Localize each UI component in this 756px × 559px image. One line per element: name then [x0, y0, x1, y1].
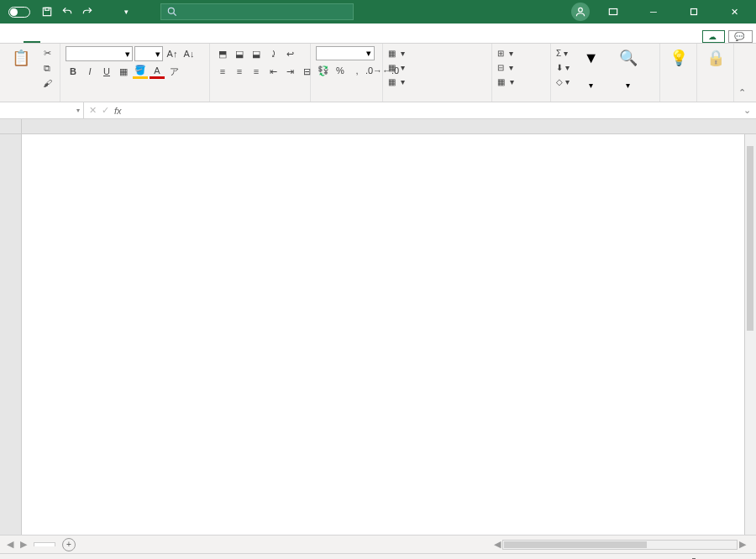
cut-icon[interactable]: ✂	[39, 46, 55, 60]
sheet-tab[interactable]	[34, 542, 55, 546]
font-color-button[interactable]: A	[150, 64, 165, 79]
select-all-corner[interactable]	[0, 119, 22, 133]
phonetic-icon[interactable]: ア	[166, 64, 181, 79]
copy-icon[interactable]: ⧉	[39, 61, 55, 75]
clipboard-icon: 📋	[11, 48, 31, 68]
font-name-select[interactable]: ▾	[66, 46, 133, 61]
align-center-icon[interactable]: ≡	[232, 64, 247, 79]
number-format-select[interactable]: ▾	[316, 46, 375, 60]
hscroll-right-icon[interactable]: ▶	[739, 539, 746, 550]
ideas-button[interactable]: 💡	[665, 46, 691, 81]
orientation-icon[interactable]: ⤸	[265, 46, 281, 61]
format-cells-button[interactable]: ▦ ▾	[497, 75, 514, 88]
font-size-select[interactable]: ▾	[134, 46, 163, 61]
svg-point-2	[168, 8, 174, 13]
toggle-off-icon	[8, 7, 30, 18]
currency-icon[interactable]: 💱	[316, 63, 331, 78]
user-avatar[interactable]	[571, 3, 590, 21]
underline-button[interactable]: U	[99, 64, 114, 79]
title-bar: ▾ ─ ✕	[0, 0, 756, 24]
fill-color-button[interactable]: 🪣	[133, 64, 148, 79]
indent-inc-icon[interactable]: ⇥	[282, 64, 297, 79]
tab-formulas[interactable]	[79, 36, 96, 43]
tab-review[interactable]	[116, 36, 133, 43]
fill-icon[interactable]: ⬇ ▾	[556, 60, 570, 74]
decrease-font-icon[interactable]: A↓	[181, 46, 197, 61]
binoculars-icon: 🔍	[618, 48, 638, 68]
fx-icon[interactable]: fx	[114, 106, 122, 116]
formula-bar: ▾ ✕ ✓ fx ⌄	[0, 102, 756, 119]
fx-cancel-icon[interactable]: ✕	[89, 105, 97, 116]
cell-styles-button[interactable]: ▦ ▾	[388, 75, 405, 88]
italic-button[interactable]: I	[82, 64, 97, 79]
search-input[interactable]	[160, 3, 354, 20]
ribbon-tabs: ☁ 💬	[0, 24, 756, 44]
expand-formula-icon[interactable]: ⌄	[738, 105, 756, 116]
tab-dev[interactable]	[153, 36, 170, 43]
tab-view[interactable]	[134, 36, 151, 43]
collapse-ribbon-icon[interactable]: ⌃	[734, 44, 749, 102]
tab-acrobat[interactable]	[208, 36, 225, 43]
tab-team[interactable]	[227, 36, 244, 43]
clear-icon[interactable]: ◇ ▾	[556, 75, 570, 88]
border-button[interactable]: ▦	[116, 64, 131, 79]
comment-button[interactable]: 💬	[728, 30, 753, 43]
close-icon[interactable]: ✕	[717, 0, 751, 24]
svg-rect-4	[609, 9, 617, 15]
ribbon: 📋 ✂ ⧉ 🖌 ▾ ▾ A↑ A↓ B I U ▦ 🪣	[0, 44, 756, 102]
autosum-icon[interactable]: Σ ▾	[556, 46, 570, 60]
tab-layout[interactable]	[60, 36, 77, 43]
align-right-icon[interactable]: ≡	[249, 64, 264, 79]
sort-filter-button[interactable]: ▼ ▾	[573, 46, 610, 91]
search-icon	[166, 6, 178, 18]
name-box[interactable]: ▾	[0, 102, 84, 118]
align-bottom-icon[interactable]: ⬓	[249, 46, 264, 61]
tab-data[interactable]	[97, 36, 114, 43]
percent-icon[interactable]: %	[333, 63, 348, 78]
add-sheet-button[interactable]: +	[62, 538, 76, 551]
autosave-toggle[interactable]	[5, 7, 34, 18]
insert-cells-button[interactable]: ⊞ ▾	[497, 46, 513, 60]
tab-help[interactable]	[171, 36, 188, 43]
fx-confirm-icon[interactable]: ✓	[102, 105, 109, 116]
tab-home[interactable]	[24, 34, 40, 43]
funnel-icon: ▼	[581, 48, 601, 68]
align-middle-icon[interactable]: ⬓	[232, 46, 247, 61]
sensitivity-button[interactable]: 🔒	[702, 46, 728, 81]
undo-icon[interactable]	[60, 5, 74, 18]
wrap-text-icon[interactable]: ↩	[282, 46, 297, 61]
inc-decimal-icon[interactable]: .0→	[366, 63, 381, 78]
lock-icon: 🔒	[706, 48, 726, 68]
save-icon[interactable]	[40, 5, 54, 18]
svg-rect-5	[691, 9, 697, 15]
sheet-nav-next-icon[interactable]: ▶	[20, 539, 27, 550]
find-select-button[interactable]: 🔍 ▾	[613, 46, 643, 91]
tab-insert[interactable]	[42, 36, 59, 43]
minimize-icon[interactable]: ─	[637, 0, 670, 24]
sheet-tab-bar: ◀ ▶ + ◀ ▶	[0, 535, 756, 553]
tab-foxit[interactable]	[190, 36, 207, 43]
share-button[interactable]: ☁	[702, 30, 725, 43]
indent-dec-icon[interactable]: ⇤	[265, 64, 281, 79]
spreadsheet-grid[interactable]	[0, 119, 756, 535]
format-painter-icon[interactable]: 🖌	[39, 76, 55, 90]
ribbon-mode-icon[interactable]	[596, 0, 630, 24]
increase-font-icon[interactable]: A↑	[165, 46, 180, 61]
delete-cells-button[interactable]: ⊟ ▾	[497, 60, 513, 74]
comma-icon[interactable]: ,	[349, 63, 365, 78]
format-as-table-button[interactable]: ▦ ▾	[388, 60, 405, 74]
align-left-icon[interactable]: ≡	[215, 64, 230, 79]
bold-button[interactable]: B	[66, 64, 81, 79]
conditional-format-button[interactable]: ▦ ▾	[388, 46, 405, 60]
tab-file[interactable]	[5, 36, 22, 43]
vertical-scrollbar[interactable]	[744, 134, 756, 535]
horizontal-scrollbar[interactable]	[502, 540, 738, 550]
align-top-icon[interactable]: ⬒	[215, 46, 230, 61]
sheet-nav-prev-icon[interactable]: ◀	[7, 539, 13, 550]
svg-rect-0	[43, 8, 50, 15]
maximize-icon[interactable]	[677, 0, 711, 24]
svg-rect-1	[45, 8, 50, 10]
hscroll-left-icon[interactable]: ◀	[494, 539, 501, 550]
paste-button[interactable]: 📋	[5, 46, 36, 71]
redo-icon[interactable]	[81, 5, 94, 18]
